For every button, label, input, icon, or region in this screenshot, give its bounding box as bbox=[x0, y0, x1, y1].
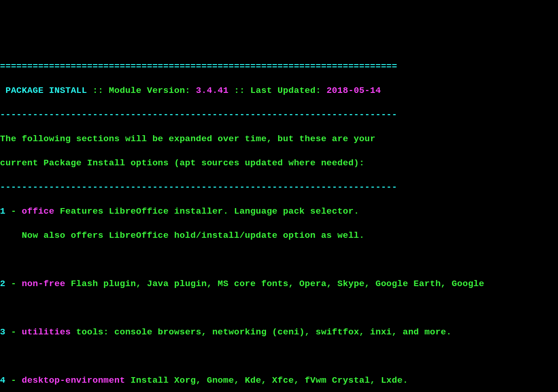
item-1-num[interactable]: 1 bbox=[0, 206, 6, 216]
rule-top: ========================================… bbox=[0, 61, 397, 72]
header-lu-label: Last Updated: bbox=[250, 85, 326, 96]
rule-after-header: ----------------------------------------… bbox=[0, 110, 397, 120]
item-1-desc-cont: Now also offers LibreOffice hold/install… bbox=[22, 230, 365, 241]
terminal-output: ========================================… bbox=[0, 48, 558, 392]
item-1-name: office bbox=[22, 206, 54, 216]
header-title: PACKAGE INSTALL bbox=[6, 85, 87, 96]
item-3-name: utilities bbox=[22, 327, 71, 337]
rule-after-intro: ----------------------------------------… bbox=[0, 182, 397, 192]
header-mv-label: Module Version: bbox=[109, 85, 196, 96]
item-2-name: non-free bbox=[22, 279, 66, 289]
item-4-desc: Install Xorg, Gnome, Kde, Xfce, fVwm Cry… bbox=[131, 375, 408, 385]
header-sep2: :: bbox=[229, 85, 251, 96]
item-3-num[interactable]: 3 bbox=[0, 327, 6, 337]
header-lu-value: 2018-05-14 bbox=[326, 85, 381, 96]
header-mv-value: 3.4.41 bbox=[196, 85, 228, 96]
item-4-num[interactable]: 4 bbox=[0, 375, 6, 385]
intro-line-1: The following sections will be expanded … bbox=[0, 134, 375, 144]
item-1-desc: Features LibreOffice installer. Language… bbox=[60, 206, 359, 216]
item-3-desc: tools: console browsers, networking (cen… bbox=[76, 327, 452, 337]
intro-line-2: current Package Install options (apt sou… bbox=[0, 158, 365, 168]
item-2-num[interactable]: 2 bbox=[0, 279, 6, 289]
item-4-name: desktop-environment bbox=[22, 375, 125, 385]
item-2-desc: Flash plugin, Java plugin, MS core fonts… bbox=[71, 279, 484, 289]
header-sep1: :: bbox=[87, 85, 109, 96]
